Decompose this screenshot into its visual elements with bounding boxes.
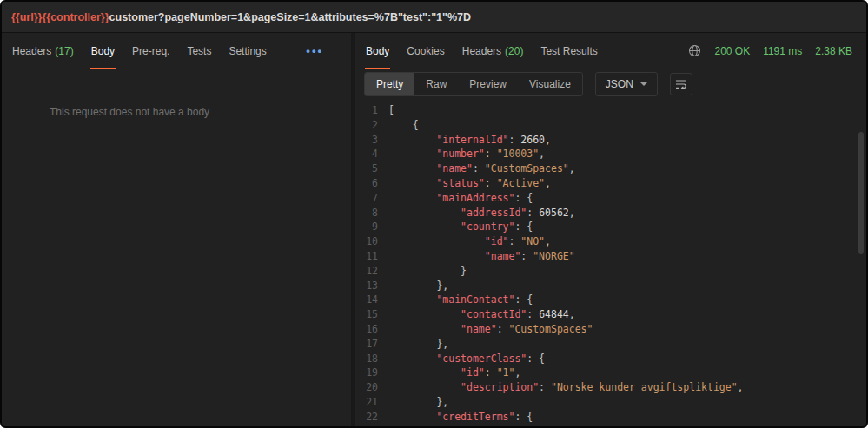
- request-tab-row: Headers (17) Body Pre-req. Tests Setting…: [2, 33, 351, 69]
- request-tab-tests[interactable]: Tests: [178, 33, 220, 69]
- code-line-content: "name": "NORGE": [388, 249, 575, 264]
- response-status-badge: 200 OK: [714, 45, 750, 57]
- response-tab-cookies[interactable]: Cookies: [398, 33, 453, 69]
- code-line-content: "mainAddress": {: [388, 191, 533, 206]
- scrollbar-thumb[interactable]: [858, 132, 864, 254]
- line-number: 21: [355, 395, 388, 410]
- code-line: 15 "contactId": 64844,: [355, 307, 866, 322]
- response-pane: Body Cookies Headers (20) Test Results: [355, 33, 866, 426]
- code-line: 6 "status": "Active",: [355, 176, 866, 191]
- request-tab-headers-count: (17): [55, 45, 73, 57]
- code-line-content: "status": "Active",: [388, 176, 551, 191]
- line-number: 16: [355, 322, 388, 337]
- code-line-content: }: [388, 264, 467, 279]
- code-line-content: "mainContact": {: [388, 293, 533, 307]
- response-tab-test-results[interactable]: Test Results: [532, 33, 606, 69]
- code-line: 13 },: [355, 279, 866, 293]
- code-line: 2 {: [355, 118, 866, 133]
- response-time: 1191 ms: [763, 45, 802, 57]
- response-tab-row: Body Cookies Headers (20) Test Results: [355, 33, 866, 69]
- line-number: 1: [355, 103, 388, 118]
- code-line-content: "addressId": 60562,: [388, 206, 575, 221]
- code-line: 18 "customerClass": {: [355, 352, 866, 366]
- response-tab-headers[interactable]: Headers (20): [454, 33, 533, 69]
- postman-window: {{url}}{{controller}}customer?pageNumber…: [0, 0, 868, 428]
- wrap-text-button[interactable]: [670, 73, 692, 95]
- code-line-content: "description": "Norske kunder avgiftspli…: [388, 380, 744, 395]
- url-path: customer?pageNumber=1&pageSize=1&attribu…: [109, 11, 472, 23]
- request-tab-body[interactable]: Body: [83, 33, 123, 69]
- view-mode-visualize[interactable]: Visualize: [518, 73, 582, 95]
- code-line-content: [: [388, 103, 394, 118]
- request-tab-headers-label: Headers: [12, 45, 51, 57]
- code-line-content: "contactId": 64844,: [388, 307, 575, 322]
- code-line-content: "id": "NO",: [388, 234, 551, 249]
- request-tab-body-label: Body: [91, 45, 115, 57]
- code-line: 3 "internalId": 2660,: [355, 133, 866, 148]
- response-meta: 200 OK 1191 ms 2.38 KB: [688, 33, 865, 69]
- line-number: 7: [355, 191, 388, 206]
- view-mode-preview[interactable]: Preview: [458, 73, 518, 95]
- code-line-content: "internalId": 2660,: [388, 133, 551, 148]
- code-line: 21 },: [355, 395, 866, 410]
- request-tab-headers[interactable]: Headers (17): [3, 33, 83, 69]
- request-tab-settings[interactable]: Settings: [220, 33, 275, 69]
- line-number: 20: [355, 380, 388, 395]
- response-body-editor[interactable]: 1[2 {3 "internalId": 2660,4 "number": "1…: [355, 99, 866, 426]
- request-tab-prerequest-label: Pre-req.: [132, 45, 169, 57]
- response-tab-body-label: Body: [366, 45, 389, 57]
- request-empty-body-message: This request does not have a body: [50, 106, 351, 118]
- view-mode-raw[interactable]: Raw: [414, 73, 458, 95]
- url-variable-controller: {{controller}}: [42, 11, 109, 23]
- format-dropdown-value: JSON: [606, 78, 633, 90]
- format-dropdown[interactable]: JSON: [595, 72, 658, 96]
- view-mode-pretty[interactable]: Pretty: [365, 73, 414, 95]
- line-number: 9: [355, 220, 388, 234]
- line-number: 3: [355, 133, 388, 148]
- response-tab-cookies-label: Cookies: [407, 45, 444, 57]
- view-mode-group: Pretty Raw Preview Visualize: [364, 72, 583, 96]
- code-line: 12 }: [355, 264, 866, 279]
- response-tab-body[interactable]: Body: [357, 33, 398, 69]
- request-tab-prerequest[interactable]: Pre-req.: [123, 33, 178, 69]
- code-line-content: },: [388, 395, 448, 410]
- request-response-panes: Headers (17) Body Pre-req. Tests Setting…: [2, 33, 866, 426]
- code-line-content: "creditTerms": {: [388, 410, 533, 425]
- code-line-content: },: [388, 337, 448, 352]
- request-url-bar[interactable]: {{url}}{{controller}}customer?pageNumber…: [2, 2, 866, 33]
- code-line: 17 },: [355, 337, 866, 352]
- scrollbar[interactable]: [858, 132, 865, 423]
- more-options-icon[interactable]: •••: [299, 41, 330, 61]
- code-line: 22 "creditTerms": {: [355, 410, 866, 425]
- code-line: 1[: [355, 103, 866, 118]
- line-number: 13: [355, 279, 388, 293]
- code-line-content: "name": "CustomSpaces": [388, 322, 593, 337]
- code-line: 9 "country": {: [355, 220, 866, 234]
- code-line: 8 "addressId": 60562,: [355, 206, 866, 221]
- code-line-content: "id": "1",: [388, 365, 520, 380]
- url-variable-url: {{url}}: [11, 11, 42, 23]
- line-number: 15: [355, 307, 388, 322]
- code-line: 14 "mainContact": {: [355, 293, 866, 307]
- line-number: 14: [355, 293, 388, 307]
- code-line: 5 "name": "CustomSpaces",: [355, 161, 866, 176]
- line-number: 8: [355, 206, 388, 221]
- code-line-content: {: [388, 118, 419, 133]
- globe-icon[interactable]: [688, 44, 701, 57]
- code-line: 7 "mainAddress": {: [355, 191, 866, 206]
- line-number: 19: [355, 365, 388, 380]
- line-number: 5: [355, 161, 388, 176]
- wrap-text-icon: [675, 78, 687, 90]
- response-tab-headers-label: Headers: [462, 45, 501, 57]
- code-line-content: "name": "CustomSpaces",: [388, 161, 575, 176]
- line-number: 22: [355, 410, 388, 425]
- request-tab-settings-label: Settings: [229, 45, 266, 57]
- code-line: 4 "number": "10003",: [355, 147, 866, 161]
- response-view-toolbar: Pretty Raw Preview Visualize JSON: [355, 69, 866, 99]
- request-pane: Headers (17) Body Pre-req. Tests Setting…: [2, 33, 351, 426]
- code-line-content: "number": "10003",: [388, 147, 545, 161]
- code-line: 20 "description": "Norske kunder avgifts…: [355, 380, 866, 395]
- code-line-content: },: [388, 279, 448, 293]
- code-line: 10 "id": "NO",: [355, 234, 866, 249]
- chevron-down-icon: [640, 82, 647, 86]
